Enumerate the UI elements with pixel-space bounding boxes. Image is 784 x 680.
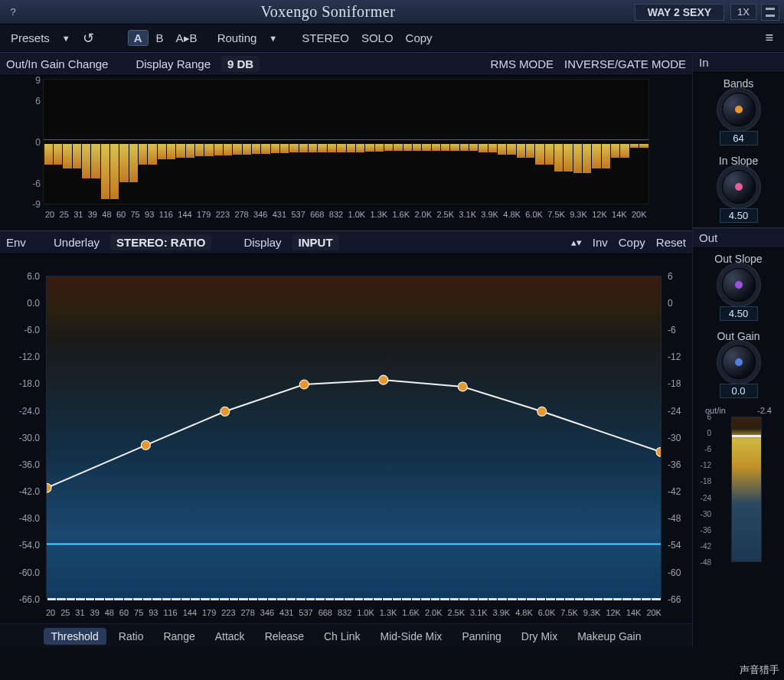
updown-icon[interactable]: ▴▾ [571,237,582,248]
inverse-mode-button[interactable]: INVERSE/GATE MODE [564,57,686,70]
axis-tick: -24 [696,494,711,502]
underlay-value[interactable]: STEREO: RATIO [110,234,211,250]
param-tab-ratio[interactable]: Ratio [111,628,152,645]
axis-tick: -18 [696,477,711,485]
slot-a-button[interactable]: A [128,30,149,46]
axis-tick: 20K [632,210,647,219]
oversample-button[interactable]: 1X [730,4,756,20]
out-slope-knob[interactable] [722,268,756,302]
axis-tick: 3.9K [493,608,511,617]
out-gain-knob-group: Out Gain 0.0 [693,325,784,403]
in-slope-value[interactable]: 4.50 [720,208,758,223]
undo-icon[interactable]: ↺ [78,28,99,48]
axis-tick: 278 [241,608,255,617]
param-tab-dry-mix[interactable]: Dry Mix [514,628,565,645]
axis-tick: 2.0K [414,210,432,219]
axis-tick: -6 [696,445,711,453]
bands-value[interactable]: 64 [720,131,758,145]
param-tab-makeup-gain[interactable]: Makeup Gain [570,628,648,645]
help-button[interactable]: ? [5,4,21,21]
param-tab-threshold[interactable]: Threshold [44,628,106,645]
axis-tick: 3.1K [470,608,488,617]
display-label: Display [243,236,281,249]
chevron-down-icon[interactable]: ▼ [264,32,282,44]
axis-tick: -36.0 [15,459,40,470]
hamburger-icon[interactable]: ≡ [760,28,778,47]
copy-button[interactable]: Copy [401,30,437,46]
display-range-value[interactable]: 9 DB [221,56,260,72]
axis-tick: 12K [606,608,621,617]
slot-b-button[interactable]: B [152,30,168,46]
axis-tick: 9 [21,75,41,86]
axis-tick: 832 [338,608,351,617]
envelope-section: 6.00.0-6.0-12.0-18.0-24.0-30.0-36.0-42.0… [0,254,692,623]
param-tab-range[interactable]: Range [155,628,202,645]
axis-tick: 4.8K [503,210,521,219]
param-tab-panning[interactable]: Panning [454,628,508,645]
axis-tick: 116 [159,210,173,219]
axis-tick: -60 [668,567,692,578]
reset-button[interactable]: Reset [656,236,686,249]
axis-tick: -42 [668,486,692,497]
axis-tick: 9.3K [570,210,587,219]
stereo-button[interactable]: STEREO [297,30,354,46]
preset-name[interactable]: WAY 2 SEXY [635,4,724,21]
axis-tick: 3.1K [459,210,476,219]
param-tab-ch-link[interactable]: Ch Link [316,628,368,645]
a-to-b-button[interactable]: A▸B [172,30,202,47]
axis-tick: -36 [668,459,692,470]
outin-indicator [732,435,761,437]
env-header: Env Underlay STEREO: RATIO Display INPUT… [0,230,692,254]
axis-tick: -6 [21,178,41,189]
display-value[interactable]: INPUT [292,234,339,250]
bands-label: Bands [693,77,784,90]
presets-menu[interactable]: Presets [6,30,54,46]
solo-button[interactable]: SOLO [357,30,398,46]
rms-mode-button[interactable]: RMS MODE [491,57,554,70]
axis-tick: 0 [696,429,711,437]
axis-tick: 0 [21,137,41,148]
axis-tick: 179 [202,608,216,617]
axis-tick: 4.8K [515,608,533,617]
env-label: Env [0,236,43,249]
out-gain-value[interactable]: 0.0 [720,384,758,398]
axis-tick: -42 [696,542,711,551]
param-tab-attack[interactable]: Attack [207,628,253,645]
param-tabs: ThresholdRatioRangeAttackReleaseCh LinkM… [0,623,692,648]
param-tab-mid-side-mix[interactable]: Mid-Side Mix [372,628,449,645]
bands-knob[interactable] [722,93,756,126]
out-gain-label: Out Gain [693,330,784,342]
axis-tick: 48 [105,608,114,617]
axis-tick: 668 [310,210,324,219]
bypass-icon[interactable] [761,4,779,21]
chevron-down-icon[interactable]: ▼ [57,32,75,44]
axis-tick: 48 [102,210,111,219]
axis-tick: 31 [74,210,83,219]
in-slope-knob[interactable] [722,170,756,204]
gain-change-chart[interactable]: 960-6-9 20253139486075931161441792232783… [43,79,649,204]
in-slope-label: In Slope [693,155,784,167]
axis-tick: 14K [626,608,642,617]
out-slope-value[interactable]: 4.50 [720,306,758,321]
axis-tick: 1.0K [357,608,374,617]
env-copy-button[interactable]: Copy [619,236,645,249]
axis-tick: 7.5K [547,210,565,219]
display-range-label: Display Range [136,57,211,70]
main-toolbar: Presets ▼ ↺ A B A▸B Routing ▼ STEREO SOL… [0,25,784,52]
inv-button[interactable]: Inv [593,236,608,249]
axis-tick: 832 [329,210,343,219]
axis-tick: 93 [145,210,154,219]
param-tab-release[interactable]: Release [257,628,312,645]
axis-tick: -36 [696,526,711,535]
envelope-chart[interactable] [46,276,662,599]
outin-meter: out/in -2.4 60-6-12-18-24-30-36-42-48 [699,406,778,562]
axis-tick: -48 [668,513,692,524]
axis-tick: -66 [668,594,692,605]
out-gain-knob[interactable] [722,345,756,379]
axis-tick: 31 [75,608,84,617]
axis-tick: 2.0K [425,608,443,617]
routing-menu[interactable]: Routing [213,30,262,46]
axis-tick: -60.0 [15,567,40,578]
axis-tick: -54.0 [15,540,40,551]
gain-header: Out/In Gain Change Display Range 9 DB RM… [0,52,692,76]
